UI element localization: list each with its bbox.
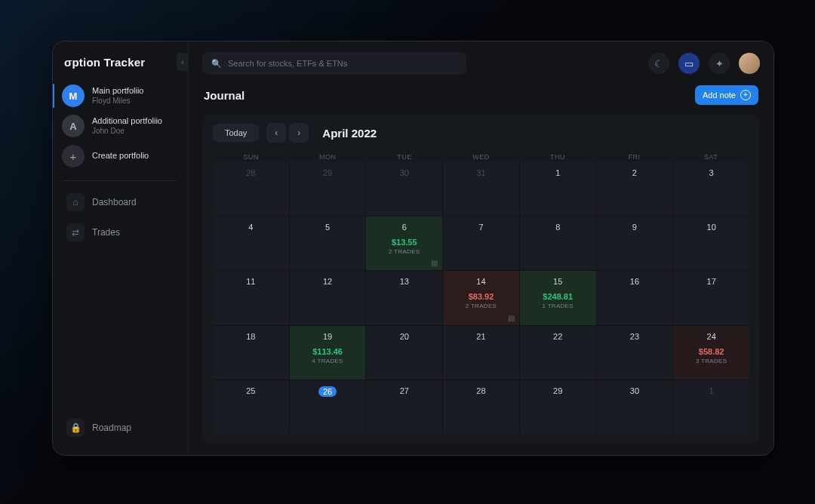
next-month-button[interactable]: › bbox=[289, 123, 309, 143]
day-trade-count: 2 TRADES bbox=[466, 303, 497, 309]
calendar-panel: Today ‹ › April 2022 SUNMONTUEWEDTHUFRIS… bbox=[202, 114, 760, 444]
day-number: 21 bbox=[476, 332, 485, 341]
portfolio-item-additional[interactable]: A Additional portfoliio John Doe bbox=[53, 111, 182, 141]
calendar-cell[interactable]: 9 bbox=[597, 217, 673, 270]
calendar-cell[interactable]: 12 bbox=[290, 271, 366, 324]
day-number: 8 bbox=[555, 223, 560, 232]
main: 🔍 Search for stocks, ETFs & ETNs ☾ ▭ ✦ J… bbox=[189, 41, 773, 455]
today-button[interactable]: Today bbox=[213, 124, 259, 142]
calendar-cell[interactable]: 29 bbox=[520, 380, 596, 434]
calendar-cell[interactable]: 22 bbox=[520, 326, 596, 380]
day-number: 1 bbox=[709, 386, 714, 395]
calendar-cell[interactable]: 19$113.464 TRADES bbox=[290, 326, 366, 380]
day-number: 30 bbox=[400, 168, 409, 177]
month-label: April 2022 bbox=[322, 127, 377, 140]
calendar-cell[interactable]: 17 bbox=[673, 271, 749, 324]
weekday-label: MON bbox=[290, 153, 367, 161]
weekday-label: SAT bbox=[672, 153, 749, 161]
day-number: 20 bbox=[400, 332, 409, 341]
day-number: 6 bbox=[402, 223, 407, 232]
chevron-left-icon: ‹ bbox=[275, 128, 278, 138]
page-title: Journal bbox=[204, 89, 244, 102]
calendar-cell[interactable]: 26 bbox=[290, 380, 366, 434]
day-amount: $83.92 bbox=[469, 292, 494, 301]
calendar-cell[interactable]: 11 bbox=[213, 271, 289, 324]
portfolio-avatar: A bbox=[62, 115, 85, 137]
calendar-cell[interactable]: 20 bbox=[366, 326, 442, 380]
calendar-cell[interactable]: 6$13.552 TRADES▤ bbox=[366, 217, 442, 270]
calendar-cell[interactable]: 28 bbox=[443, 380, 519, 434]
nav-roadmap[interactable]: 🔒 Roadmap bbox=[60, 413, 180, 443]
calendar-cell[interactable]: 10 bbox=[673, 217, 749, 270]
day-number: 28 bbox=[476, 386, 485, 395]
calendar-cell[interactable]: 4 bbox=[213, 217, 289, 270]
calendar-cell[interactable]: 28 bbox=[213, 162, 289, 216]
plus-icon: + bbox=[62, 145, 85, 167]
day-amount: $13.55 bbox=[392, 238, 417, 247]
day-number: 3 bbox=[709, 168, 714, 177]
nav-label: Dashboard bbox=[92, 197, 137, 207]
portfolio-avatar: M bbox=[62, 85, 85, 107]
divider bbox=[63, 180, 177, 181]
day-number: 28 bbox=[246, 168, 255, 177]
calendar-button[interactable]: ▭ bbox=[678, 53, 700, 74]
user-avatar[interactable] bbox=[739, 53, 760, 74]
calendar-cell[interactable]: 31 bbox=[443, 162, 519, 216]
nav-trades[interactable]: ⇄ Trades bbox=[60, 217, 180, 247]
calendar-cell[interactable]: 1 bbox=[673, 380, 749, 434]
calendar-cell[interactable]: 3 bbox=[673, 162, 749, 216]
nav-dashboard[interactable]: ⌂ Dashboard bbox=[60, 187, 180, 217]
day-number: 14 bbox=[476, 277, 485, 286]
calendar-cell[interactable]: 30 bbox=[366, 162, 442, 216]
day-trade-count: 3 TRADES bbox=[696, 358, 727, 364]
calendar-cell[interactable]: 16 bbox=[597, 271, 673, 324]
calendar-cell[interactable]: 30 bbox=[597, 380, 673, 434]
collapse-sidebar-button[interactable]: ‹ bbox=[177, 53, 189, 71]
day-number: 29 bbox=[553, 386, 562, 395]
calendar-cell[interactable]: 13 bbox=[366, 271, 442, 324]
add-note-button[interactable]: Add note + bbox=[695, 85, 758, 105]
calendar-cell[interactable]: 23 bbox=[597, 326, 673, 380]
note-icon: ▤ bbox=[508, 314, 515, 322]
search-icon: 🔍 bbox=[211, 59, 222, 69]
theme-toggle[interactable]: ☾ bbox=[648, 53, 669, 74]
calendar-cell[interactable]: 18 bbox=[213, 326, 289, 380]
portfolio-name: Main portfoliio bbox=[92, 86, 143, 97]
calendar-cell[interactable]: 1 bbox=[520, 162, 596, 216]
calendar-cell[interactable]: 15$248.811 TRADES bbox=[520, 271, 596, 324]
add-note-label: Add note bbox=[703, 91, 736, 100]
calendar-cell[interactable]: 24$58.823 TRADES bbox=[673, 326, 749, 380]
create-portfolio-button[interactable]: + Create portfolio bbox=[53, 141, 182, 171]
prev-month-button[interactable]: ‹ bbox=[266, 123, 286, 143]
day-number: 2 bbox=[632, 168, 637, 177]
day-number: 4 bbox=[248, 223, 253, 232]
plus-circle-icon: + bbox=[740, 90, 751, 100]
portfolio-owner: Floyd Miles bbox=[92, 97, 143, 106]
portfolio-list: M Main portfoliio Floyd Miles A Addition… bbox=[53, 79, 188, 176]
day-number: 30 bbox=[630, 386, 639, 395]
day-number: 18 bbox=[246, 332, 255, 341]
calendar-cell[interactable]: 29 bbox=[290, 162, 366, 216]
calendar-cell[interactable]: 27 bbox=[366, 380, 442, 434]
calendar-cell[interactable]: 14$83.922 TRADES▤ bbox=[443, 271, 519, 324]
calendar-cell[interactable]: 25 bbox=[213, 380, 289, 434]
day-trade-count: 4 TRADES bbox=[312, 358, 343, 364]
calendar-cell[interactable]: 8 bbox=[520, 217, 596, 270]
calendar-cell[interactable]: 7 bbox=[443, 217, 519, 270]
day-number: 11 bbox=[246, 277, 255, 286]
calendar-cell[interactable]: 21 bbox=[443, 326, 519, 380]
calendar-cell[interactable]: 5 bbox=[290, 217, 366, 270]
app-frame: σption Tracker ‹ M Main portfoliio Floyd… bbox=[53, 41, 773, 455]
portfolio-owner: John Doe bbox=[92, 127, 162, 137]
day-number: 24 bbox=[707, 332, 716, 341]
notifications-button[interactable]: ✦ bbox=[709, 53, 730, 74]
day-amount: $58.82 bbox=[699, 347, 724, 356]
calendar-cell[interactable]: 2 bbox=[597, 162, 673, 216]
calendar-icon: ▭ bbox=[684, 58, 694, 69]
day-number: 16 bbox=[630, 277, 639, 286]
day-amount: $113.46 bbox=[312, 347, 343, 356]
calendar-grid: 28293031123456$13.552 TRADES▤78910111213… bbox=[213, 162, 749, 434]
search-input[interactable]: 🔍 Search for stocks, ETFs & ETNs bbox=[202, 52, 466, 75]
weekday-label: WED bbox=[443, 153, 520, 161]
portfolio-item-main[interactable]: M Main portfoliio Floyd Miles bbox=[53, 81, 182, 111]
